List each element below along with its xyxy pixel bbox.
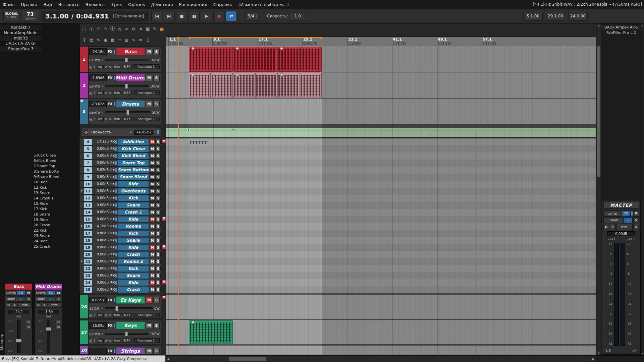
track-number[interactable]: 21 <box>84 259 92 264</box>
edit-cursor-marker[interactable] <box>176 37 180 41</box>
trim-button[interactable]: trim <box>113 313 121 317</box>
pan-label[interactable]: 50%Л <box>89 307 100 310</box>
track-gain[interactable]: 0.00dB <box>93 266 109 270</box>
record-input-chip[interactable]: rec <box>97 313 104 317</box>
pan-label[interactable]: центр <box>89 58 100 62</box>
phase-icon[interactable]: ⊘ <box>6 302 11 308</box>
menu-item[interactable]: Правка <box>21 2 37 7</box>
media-item[interactable] <box>233 47 277 72</box>
pan-expand-icon[interactable]: › <box>102 306 103 311</box>
track-name[interactable]: Bass <box>116 48 145 55</box>
track-solo-button[interactable]: S <box>155 160 161 166</box>
track-name[interactable]: Snare Bleed <box>118 174 149 180</box>
go-end-button[interactable]: ▶| <box>164 11 175 21</box>
solo-button[interactable]: S <box>56 296 61 302</box>
width-label[interactable]: 0W <box>154 307 160 310</box>
track-mute-button[interactable]: M <box>150 209 155 215</box>
envelope-icon[interactable]: ∿ <box>12 302 17 308</box>
menu-item[interactable]: Файл <box>3 2 15 7</box>
docker-scrollbar[interactable]: ▲ ▼ <box>641 23 644 355</box>
play-button[interactable]: ▶ <box>201 11 212 21</box>
record-input-chip[interactable]: rec <box>97 339 104 343</box>
track-number[interactable]: 10 <box>84 181 92 187</box>
media-item[interactable] <box>211 73 233 98</box>
routing-list-item[interactable]: 22:Kick <box>34 228 79 233</box>
media-item[interactable] <box>300 73 322 98</box>
track-gain[interactable]: -17.92d <box>93 140 109 143</box>
record-arm-icon[interactable]: ◎ <box>89 91 93 95</box>
fx-chain-item[interactable]: ShaperBox 3 <box>0 46 42 52</box>
width-label[interactable]: 100W <box>150 58 160 62</box>
folder-collapse-icon[interactable]: ▾ <box>80 189 84 192</box>
phase-icon[interactable]: ⊘ <box>105 339 108 343</box>
track-gain[interactable]: 0.00dB <box>93 281 109 284</box>
track-name[interactable]: Ride <box>118 181 149 187</box>
menu-item[interactable]: Действия <box>151 2 173 7</box>
track-fx-button[interactable]: FX <box>108 102 113 106</box>
track-number[interactable]: 2 <box>80 73 89 98</box>
track-fx-button[interactable]: FX <box>110 225 115 228</box>
track-number[interactable]: 20 <box>84 252 92 257</box>
repeat-button[interactable]: ⇄ <box>226 11 237 21</box>
routing-list-item[interactable]: 25:Crash <box>34 244 79 249</box>
mixer-strip-name[interactable]: Bass <box>5 284 32 290</box>
track-gain[interactable]: -24.18d <box>89 48 107 55</box>
pause-button[interactable]: ▮▮ <box>189 11 200 21</box>
track-number[interactable]: 22 <box>84 266 92 272</box>
envelope-icon[interactable]: ∿ <box>109 91 112 95</box>
arrange-view[interactable]: 1.10:00.0009.10:18.72617.10:38.45225.10:… <box>166 23 596 355</box>
track-fx-button[interactable]: FX <box>110 140 115 143</box>
track-mute-button[interactable]: M <box>150 245 155 250</box>
track-solo-button[interactable]: S <box>155 167 161 173</box>
routing-list-item[interactable]: 15:Ride <box>34 201 79 206</box>
track-mute-button[interactable]: M <box>146 49 152 55</box>
scroll-down-icon[interactable]: ▼ <box>596 351 601 355</box>
routing-list-item[interactable]: 10:Ride <box>34 180 79 185</box>
track-mute-button[interactable]: M <box>146 348 152 354</box>
track-fx-button[interactable]: FX <box>110 203 115 207</box>
media-item[interactable] <box>277 73 299 98</box>
fx-chain-item[interactable]: NeuralAmpMode <box>0 30 42 36</box>
track-mute-button[interactable]: M <box>150 231 155 236</box>
track-fx-button[interactable]: FX <box>110 239 115 242</box>
master-width[interactable]: 100W <box>603 217 623 223</box>
media-item[interactable] <box>189 320 233 344</box>
track-mute-button[interactable]: M <box>150 174 155 180</box>
pan-thumb[interactable] <box>115 306 118 311</box>
record-arm-icon[interactable]: ◎ <box>89 65 93 69</box>
track-solo-button[interactable]: S <box>155 280 161 285</box>
folder-collapse-icon[interactable]: ▾ <box>80 224 84 228</box>
master-trim-button[interactable]: trim <box>616 224 633 230</box>
master-fx-chain-item[interactable]: FabFilter Pro-L 2 <box>601 30 641 36</box>
track-mute-button[interactable]: M <box>150 153 155 159</box>
gear-icon[interactable]: ⚙ <box>633 224 639 230</box>
edit-cursor[interactable] <box>178 38 179 355</box>
pan-slider[interactable] <box>105 333 149 335</box>
track-solo-button[interactable]: S <box>153 75 160 81</box>
trim-button[interactable]: trim <box>48 302 61 308</box>
global-automation-button[interactable]: GLOBAL ∿ none <box>3 11 19 21</box>
track-gain[interactable]: -15.09d <box>89 322 107 329</box>
folder-compact-button[interactable] <box>80 99 83 102</box>
track-solo-button[interactable]: S <box>155 146 161 152</box>
trim-button[interactable]: trim <box>113 339 121 343</box>
track-name[interactable]: Rooms <box>118 224 149 229</box>
track-mute-button[interactable]: M <box>150 266 155 271</box>
input-name[interactable]: Analogue 1 <box>133 338 160 343</box>
track-gain[interactable]: 0.00dB <box>89 297 107 303</box>
record-input-chip[interactable]: rec <box>97 65 104 69</box>
track-mute-button[interactable]: M <box>150 181 155 187</box>
horizontal-scroll-thumb[interactable] <box>229 357 266 361</box>
track-mute-button[interactable]: M <box>150 259 155 264</box>
routing-list-item[interactable]: 13:Snare <box>34 190 79 196</box>
track-solo-button[interactable]: S <box>155 195 161 201</box>
track-mute-button[interactable]: M <box>150 252 155 257</box>
loop-region-bar[interactable] <box>189 37 322 38</box>
track-gain[interactable]: -13.02d <box>89 101 107 107</box>
track-name[interactable]: Addictive <box>118 139 149 145</box>
sends-button[interactable]: » <box>16 296 25 302</box>
monitor-icon[interactable]: ♪ <box>94 91 96 95</box>
scroll-left-icon[interactable]: ◀ <box>165 356 171 362</box>
track-solo-button[interactable]: S <box>153 297 160 303</box>
track-fx-button[interactable]: FX <box>110 175 115 179</box>
